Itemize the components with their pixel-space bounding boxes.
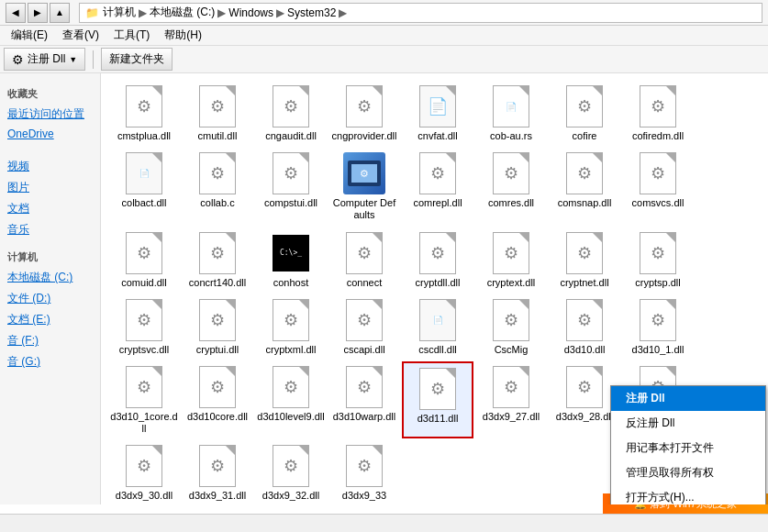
sidebar-video[interactable]: 视频 xyxy=(4,156,96,177)
menu-edit[interactable]: 编辑(E) xyxy=(4,26,55,45)
file-item[interactable]: ⚙ d3d10.dll xyxy=(549,294,620,360)
file-item[interactable]: ⚙ concrt140.dll xyxy=(182,227,253,293)
menu-view[interactable]: 查看(V) xyxy=(55,26,106,45)
address-bar: ◀ ▶ ▲ 📁 计算机 ▶ 本地磁盘 (C:) ▶ Windows ▶ Syst… xyxy=(0,0,768,26)
forward-button[interactable]: ▶ xyxy=(28,3,48,23)
context-menu-register[interactable]: 注册 Dll xyxy=(611,386,765,411)
sidebar-onedrive[interactable]: OneDrive xyxy=(4,125,96,143)
main-layout: 收藏夹 最近访问的位置 OneDrive 视频 图片 文档 音乐 计算机 本地磁… xyxy=(0,73,768,504)
sidebar-pictures[interactable]: 图片 xyxy=(4,177,96,198)
file-item[interactable]: ⚙ CscMig xyxy=(475,294,547,360)
sidebar-drive-g[interactable]: 音 (G:) xyxy=(4,351,96,372)
file-item[interactable]: 📄 cscdll.dll xyxy=(402,294,473,360)
breadcrumb-drive[interactable]: 本地磁盘 (C:) xyxy=(150,5,215,20)
sidebar-favorites: 收藏夹 xyxy=(4,84,96,104)
menu-help[interactable]: 帮助(H) xyxy=(157,26,209,45)
up-button[interactable]: ▲ xyxy=(50,3,70,23)
file-item[interactable]: ⚙ cmutil.dll xyxy=(182,81,253,146)
menu-bar: 编辑(E) 查看(V) 工具(T) 帮助(H) xyxy=(0,26,768,46)
register-dll-icon: ⚙ xyxy=(12,52,24,67)
file-item[interactable]: ⚙ d3d10level9.dll xyxy=(255,361,327,438)
folder-icon: 📁 xyxy=(85,6,99,19)
conhost-item[interactable]: C:\>_ conhost xyxy=(255,227,327,293)
file-item[interactable]: ⚙ d3dx9_33 xyxy=(328,440,400,504)
file-item[interactable]: ⚙ compstui.dll xyxy=(255,148,327,225)
context-menu-open-notepad[interactable]: 用记事本打开文件 xyxy=(611,436,765,460)
file-item[interactable]: 📄 cob-au.rs xyxy=(475,81,547,146)
file-item[interactable]: ⚙ d3dx9_27.dll xyxy=(475,361,547,438)
toolbar: ⚙ 注册 Dll ▼ 新建文件夹 xyxy=(0,46,768,73)
file-area[interactable]: ⚙ cmstplua.dll ⚙ cmutil.dll ⚙ cngaudit.d… xyxy=(101,73,768,504)
file-item[interactable]: ⚙ d3dx9_32.dll xyxy=(255,440,327,504)
context-menu-open-with[interactable]: 打开方式(H)... xyxy=(611,485,765,504)
file-item[interactable]: ⚙ cofire xyxy=(549,81,620,146)
file-item[interactable]: 📄 cnvfat.dll xyxy=(402,81,473,146)
file-item[interactable]: ⚙ collab.c xyxy=(182,148,253,225)
status-bar xyxy=(0,514,768,532)
file-item[interactable]: ⚙ cryptsp.dll xyxy=(622,227,694,293)
file-item[interactable]: ⚙ d3dx9_30.dll xyxy=(108,440,180,504)
breadcrumb-computer[interactable]: 计算机 xyxy=(103,5,136,20)
menu-tools[interactable]: 工具(T) xyxy=(106,26,157,45)
context-menu: 注册 Dll 反注册 Dll 用记事本打开文件 管理员取得所有权 打开方式(H)… xyxy=(610,385,766,504)
file-item[interactable]: ⚙ connect xyxy=(328,227,400,293)
sidebar-drive-c[interactable]: 本地磁盘 (C:) xyxy=(4,267,96,288)
dropdown-arrow-icon[interactable]: ▼ xyxy=(69,55,77,64)
file-item[interactable]: ⚙ d3d10_1core.dll xyxy=(108,361,180,438)
computer-defaults-item[interactable]: ⚙ Computer Defaults xyxy=(328,148,400,225)
file-item[interactable]: ⚙ cryptsvc.dll xyxy=(108,294,180,360)
file-item[interactable]: ⚙ cscapi.dll xyxy=(328,294,400,360)
breadcrumb-windows[interactable]: Windows xyxy=(228,6,273,19)
file-item[interactable]: ⚙ d3d10core.dll xyxy=(182,361,253,438)
file-item[interactable]: ⚙ comres.dll xyxy=(475,148,547,225)
file-item[interactable]: ⚙ cmstplua.dll xyxy=(108,81,180,146)
context-menu-unregister[interactable]: 反注册 Dll xyxy=(611,411,765,436)
new-folder-label: 新建文件夹 xyxy=(109,51,164,67)
sidebar: 收藏夹 最近访问的位置 OneDrive 视频 图片 文档 音乐 计算机 本地磁… xyxy=(0,73,101,504)
sidebar-recent[interactable]: 最近访问的位置 xyxy=(4,104,96,125)
file-item[interactable]: ⚙ d3dx9_31.dll xyxy=(182,440,253,504)
d3d11-item[interactable]: ⚙ d3d11.dll xyxy=(402,361,473,438)
context-menu-take-ownership[interactable]: 管理员取得所有权 xyxy=(611,460,765,485)
sidebar-drive-e[interactable]: 文档 (E:) xyxy=(4,309,96,330)
register-dll-button[interactable]: ⚙ 注册 Dll ▼ xyxy=(4,48,85,71)
register-dll-label: 注册 Dll xyxy=(28,51,65,67)
back-button[interactable]: ◀ xyxy=(6,3,26,23)
file-item[interactable]: ⚙ comsnap.dll xyxy=(549,148,620,225)
file-item[interactable]: ⚙ d3d10_1.dll xyxy=(622,294,694,360)
file-item[interactable]: ⚙ cngaudit.dll xyxy=(255,81,327,146)
sidebar-drive-d[interactable]: 文件 (D:) xyxy=(4,288,96,309)
toolbar-separator xyxy=(93,50,94,69)
file-item[interactable]: ⚙ cryptxml.dll xyxy=(255,294,327,360)
new-folder-button[interactable]: 新建文件夹 xyxy=(101,48,173,71)
file-item[interactable]: ⚙ d3d10warp.dll xyxy=(328,361,400,438)
file-item[interactable]: ⚙ comrepl.dll xyxy=(402,148,473,225)
file-item[interactable]: ⚙ comsvcs.dll xyxy=(622,148,694,225)
sidebar-drive-f[interactable]: 音 (F:) xyxy=(4,330,96,351)
file-item[interactable]: ⚙ comuid.dll xyxy=(108,227,180,293)
file-item[interactable]: 📄 colbact.dll xyxy=(108,148,180,225)
breadcrumb-system32[interactable]: System32 xyxy=(287,6,336,19)
sidebar-music[interactable]: 音乐 xyxy=(4,219,96,240)
file-item[interactable]: ⚙ cryptnet.dll xyxy=(549,227,620,293)
file-item[interactable]: ⚙ cngprovider.dll xyxy=(328,81,400,146)
file-item[interactable]: ⚙ cofiredm.dll xyxy=(622,81,694,146)
file-item[interactable]: ⚙ cryptext.dll xyxy=(475,227,547,293)
sidebar-docs[interactable]: 文档 xyxy=(4,198,96,219)
file-item[interactable]: ⚙ cryptdll.dll xyxy=(402,227,473,293)
breadcrumb[interactable]: 📁 计算机 ▶ 本地磁盘 (C:) ▶ Windows ▶ System32 ▶ xyxy=(79,3,762,23)
sidebar-computer-section: 计算机 xyxy=(4,248,96,267)
file-item[interactable]: ⚙ cryptui.dll xyxy=(182,294,253,360)
